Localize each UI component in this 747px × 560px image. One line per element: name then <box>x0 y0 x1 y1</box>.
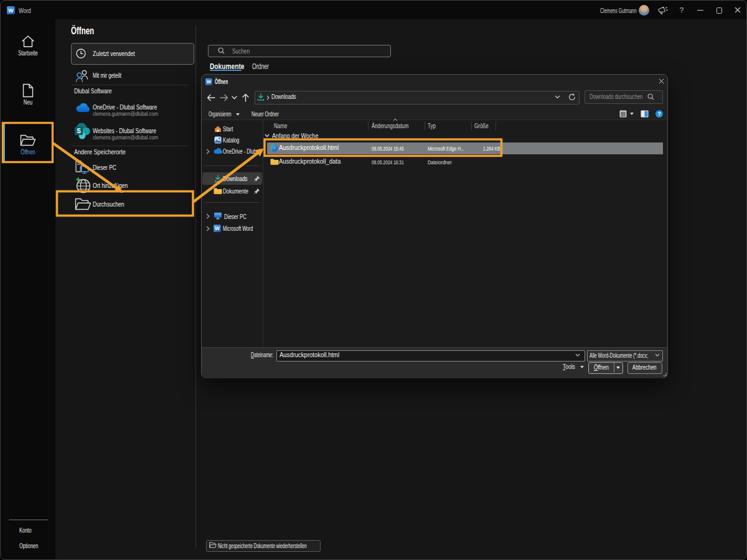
svg-text:W: W <box>215 225 220 231</box>
svg-text:W: W <box>8 7 14 14</box>
svg-text:S: S <box>77 128 81 134</box>
svg-text:W: W <box>207 79 212 85</box>
svg-text:?: ? <box>657 111 660 117</box>
